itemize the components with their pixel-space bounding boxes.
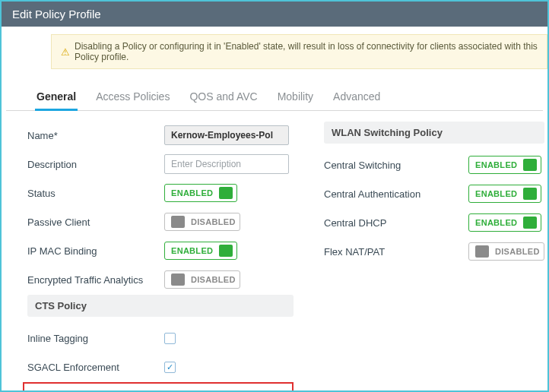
encrypted-traffic-toggle[interactable]: DISABLED xyxy=(164,270,240,289)
encrypted-traffic-label: Encrypted Traffic Analytics xyxy=(27,274,164,286)
right-column: WLAN Switching Policy Central Switching … xyxy=(324,122,544,392)
toggle-knob-icon xyxy=(523,217,537,229)
central-switching-toggle[interactable]: ENABLED xyxy=(468,156,541,174)
toggle-knob-icon xyxy=(171,273,185,286)
toggle-knob-icon xyxy=(475,245,489,258)
cts-policy-header: CTS Policy xyxy=(27,295,294,317)
sgacl-enforcement-label: SGACL Enforcement xyxy=(27,362,164,373)
default-sgt-highlight: Default SGT xyxy=(23,382,294,392)
left-column: Name* Description Status ENABLED Passive… xyxy=(27,122,294,392)
warning-icon: ⚠ xyxy=(61,46,70,58)
window-title: Edit Policy Profile xyxy=(2,2,547,27)
description-label: Description xyxy=(27,159,164,170)
central-auth-label: Central Authentication xyxy=(324,188,468,200)
central-auth-toggle[interactable]: ENABLED xyxy=(468,185,541,203)
central-dhcp-label: Central DHCP xyxy=(324,217,468,229)
passive-client-label: Passive Client xyxy=(27,217,164,228)
tab-general[interactable]: General xyxy=(35,90,78,111)
flex-nat-pat-label: Flex NAT/PAT xyxy=(324,246,468,258)
status-toggle[interactable]: ENABLED xyxy=(164,184,237,202)
tab-access-policies[interactable]: Access Policies xyxy=(94,90,171,110)
ip-mac-binding-label: IP MAC Binding xyxy=(27,245,164,257)
passive-client-toggle[interactable]: DISABLED xyxy=(164,213,240,231)
central-dhcp-toggle[interactable]: ENABLED xyxy=(468,213,541,232)
toggle-knob-icon xyxy=(219,245,233,257)
warning-banner: ⚠ Disabling a Policy or configuring it i… xyxy=(51,34,547,69)
tab-bar: General Access Policies QOS and AVC Mobi… xyxy=(6,69,543,111)
name-input[interactable] xyxy=(164,125,289,145)
toggle-knob-icon xyxy=(219,187,233,199)
wlan-switching-header: WLAN Switching Policy xyxy=(324,122,544,144)
toggle-text: DISABLED xyxy=(495,247,540,256)
tab-qos-avc[interactable]: QOS and AVC xyxy=(188,90,259,110)
toggle-text: DISABLED xyxy=(191,275,236,284)
toggle-text: ENABLED xyxy=(475,189,517,198)
toggle-text: ENABLED xyxy=(171,246,213,255)
tab-mobility[interactable]: Mobility xyxy=(276,90,315,110)
status-label: Status xyxy=(27,188,164,199)
toggle-knob-icon xyxy=(171,216,185,228)
inline-tagging-label: Inline Tagging xyxy=(27,333,164,344)
inline-tagging-checkbox[interactable] xyxy=(164,333,176,344)
description-input[interactable] xyxy=(164,154,289,174)
toggle-text: ENABLED xyxy=(475,218,517,227)
ip-mac-binding-toggle[interactable]: ENABLED xyxy=(164,242,237,260)
toggle-text: ENABLED xyxy=(171,188,213,198)
toggle-knob-icon xyxy=(523,159,537,171)
warning-text: Disabling a Policy or configuring it in … xyxy=(75,41,538,62)
central-switching-label: Central Switching xyxy=(324,160,468,171)
sgacl-enforcement-checkbox[interactable]: ✓ xyxy=(164,362,176,373)
toggle-text: DISABLED xyxy=(191,217,236,226)
tab-advanced[interactable]: Advanced xyxy=(332,90,382,110)
name-label: Name* xyxy=(27,130,164,141)
flex-nat-pat-toggle[interactable]: DISABLED xyxy=(468,242,544,261)
toggle-knob-icon xyxy=(523,188,537,200)
toggle-text: ENABLED xyxy=(475,160,517,169)
